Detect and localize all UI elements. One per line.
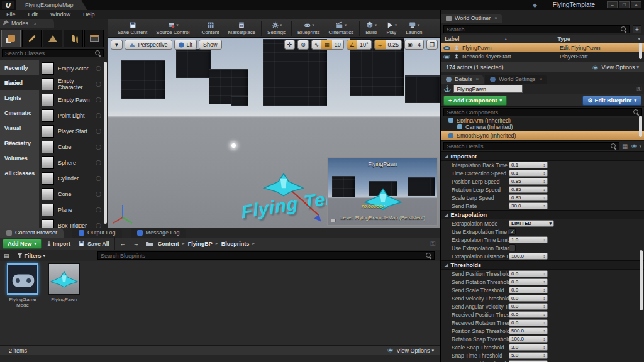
place-item[interactable]: Empty Actor ◯	[39, 60, 104, 76]
place-item[interactable]: Cylinder ◯	[39, 170, 104, 186]
world-local-toggle[interactable]: ⊕	[298, 40, 308, 49]
number-input[interactable]: 0.0↕	[509, 270, 548, 277]
menu-item[interactable]: Window	[44, 10, 77, 19]
edit-blueprint-button[interactable]: ⚙Edit Blueprint▾	[582, 96, 641, 106]
number-input[interactable]: 5.0↕	[509, 352, 548, 359]
category-item[interactable]: Recently Placed	[0, 60, 39, 75]
category-item[interactable]: Lights	[0, 90, 39, 106]
transform-gizmo-button[interactable]: ✛	[285, 40, 295, 49]
minimize-button[interactable]: –	[607, 1, 618, 8]
spinner-icon[interactable]: ↕	[543, 329, 546, 333]
breadcrumb-item[interactable]: Blueprints	[219, 241, 252, 247]
checkbox-unchecked[interactable]	[509, 244, 516, 251]
modes-tab[interactable]: Modes ×	[0, 19, 54, 28]
spinner-icon[interactable]: ↕	[543, 187, 546, 192]
bottom-tab[interactable]: Content Browser	[0, 228, 64, 238]
bottom-tab[interactable]: Message Log	[131, 228, 186, 238]
perspective-button[interactable]: Perspective	[125, 40, 172, 50]
actor-name-field[interactable]: FlyingPawn	[453, 85, 523, 93]
number-input[interactable]: 0.0↕	[509, 278, 548, 285]
toolbar-button[interactable]: ▾ Source Control	[152, 19, 194, 38]
landscape-mode-button[interactable]	[43, 30, 62, 47]
foliage-mode-button[interactable]	[64, 30, 83, 47]
section-header[interactable]: ◢ Important	[441, 151, 644, 161]
number-input[interactable]: 0.0↕	[509, 319, 548, 326]
spinner-icon[interactable]: ↕	[543, 204, 546, 208]
place-item[interactable]: Sphere ◯	[39, 155, 104, 170]
world-settings-tab[interactable]: World Settings×	[485, 75, 547, 84]
paint-mode-button[interactable]	[22, 30, 42, 47]
restore-button[interactable]: □	[619, 1, 630, 8]
spinner-icon[interactable]: ↕	[543, 337, 546, 341]
number-input[interactable]: 3.0↕	[509, 344, 548, 351]
toolbar-button[interactable]: ▾ Play	[381, 19, 401, 38]
number-input[interactable]: 0.0↕	[509, 287, 548, 293]
chevron-down-icon[interactable]: ▾	[280, 23, 282, 28]
expand-arrow-icon[interactable]: ◢	[445, 154, 448, 159]
map-tab[interactable]: FlyingExampleMap	[16, 0, 87, 10]
spinner-icon[interactable]: ↕	[543, 163, 546, 167]
spinner-icon[interactable]: ↕	[543, 345, 546, 349]
camera-preview-window[interactable]: FlyingPawn 70.000004 Level: FlyingExampl…	[327, 157, 438, 226]
menu-item[interactable]: Help	[77, 10, 101, 19]
outliner-settings-button[interactable]: +	[633, 25, 641, 33]
number-input[interactable]: 0.1↕	[509, 162, 548, 168]
outliner-view-options[interactable]: View Options▾	[592, 64, 639, 70]
chevron-down-icon[interactable]: ▾	[312, 23, 314, 28]
menu-item[interactable]: Edit	[22, 10, 45, 19]
spinner-icon[interactable]: ↕	[543, 304, 546, 309]
outliner-row[interactable]: FlyingPawn Edit FlyingPawn	[441, 43, 644, 52]
category-item[interactable]: Basic	[0, 75, 39, 90]
viewport[interactable]: Flying Template FlyingPawn 70.000004 Lev…	[108, 38, 440, 228]
spinner-icon[interactable]: ↕	[543, 272, 546, 276]
toolbar-button[interactable]: Content	[197, 19, 224, 38]
chevron-down-icon[interactable]: ▾	[395, 23, 397, 28]
expand-arrow-icon[interactable]: ◢	[445, 263, 448, 268]
toolbar-button[interactable]: ▾ Blueprints	[293, 19, 325, 38]
number-input[interactable]: 0.85↕	[509, 186, 548, 193]
camera-speed-value[interactable]: 4	[415, 40, 423, 49]
add-new-button[interactable]: Add New▾	[3, 239, 42, 249]
component-row[interactable]: Camera (Inherited)	[441, 123, 644, 131]
menu-item[interactable]: File	[0, 10, 22, 19]
components-scrollbar[interactable]	[639, 116, 642, 137]
lock-icon[interactable]: ⚿	[636, 85, 641, 93]
lock-icon[interactable]: ⚿	[430, 240, 435, 248]
section-header[interactable]: ◢ Thresholds	[441, 260, 644, 270]
label-column-header[interactable]: Label	[445, 36, 460, 42]
place-item[interactable]: Cone ◯	[39, 186, 104, 202]
flying-pawn-actor[interactable]	[263, 171, 304, 197]
close-icon[interactable]: ×	[494, 14, 497, 23]
category-item[interactable]: Volumes	[0, 151, 39, 166]
number-input[interactable]: 30.0↕	[509, 202, 548, 209]
toolbar-button[interactable]: ▾ Cinematics	[325, 19, 358, 38]
section-header[interactable]: ◢ Extrapolation	[441, 210, 644, 219]
search-details-input[interactable]: Search Details	[443, 142, 619, 150]
chevron-down-icon[interactable]: ▾	[639, 144, 641, 149]
sources-toggle-button[interactable]: ▤	[0, 251, 13, 261]
dropdown-select[interactable]: LIMITED▾	[509, 220, 554, 227]
spinner-icon[interactable]: ↕	[543, 288, 546, 292]
add-component-button[interactable]: + Add Component▾	[443, 96, 507, 106]
geometry-mode-button[interactable]	[84, 30, 104, 47]
chevron-down-icon[interactable]: ▾	[375, 23, 377, 28]
outliner-scrollbar[interactable]	[639, 43, 642, 59]
checkbox-checked[interactable]: ✓	[509, 228, 516, 235]
grid-snap-value[interactable]: 10	[332, 40, 343, 49]
number-input[interactable]: 0.1↕	[509, 170, 548, 177]
category-item[interactable]: Geometry	[0, 136, 39, 151]
spinner-icon[interactable]: ↕	[543, 195, 546, 200]
category-item[interactable]: Visual Effects	[0, 121, 39, 136]
scale-snap-icon[interactable]: ↔	[375, 40, 386, 49]
visibility-eye-icon[interactable]	[443, 46, 450, 50]
preview-resize-handle[interactable]	[331, 219, 336, 222]
property-matrix-icon[interactable]: ▦	[622, 143, 628, 150]
toolbar-button[interactable]: Save Current	[113, 19, 152, 38]
number-input[interactable]: 100.0↕	[509, 253, 548, 260]
close-icon[interactable]: ×	[34, 21, 37, 26]
close-icon[interactable]: ×	[476, 75, 479, 84]
place-item[interactable]: Plane ◯	[39, 202, 104, 217]
spinner-icon[interactable]: ↕	[543, 353, 546, 358]
toolbar-button[interactable]: ▾ Launch	[401, 19, 426, 38]
forward-button[interactable]: →	[130, 239, 143, 249]
